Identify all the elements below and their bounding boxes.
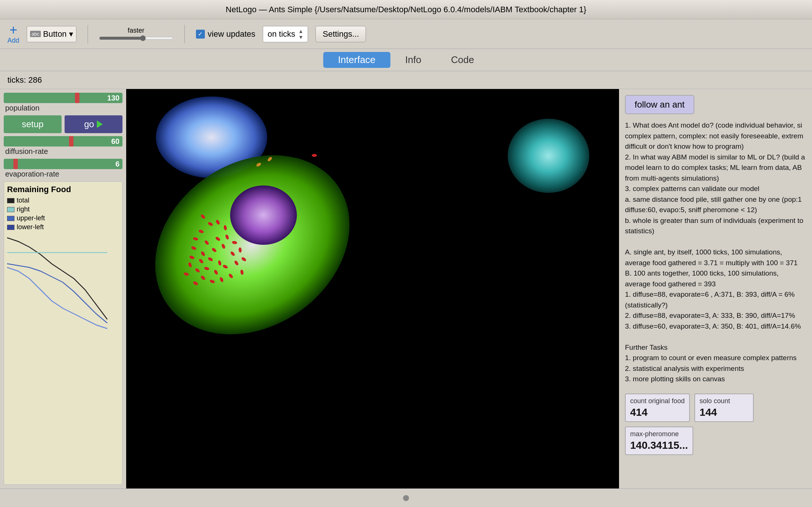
on-ticks-box[interactable]: on ticks ▲ ▼: [263, 26, 308, 42]
follow-ant-button[interactable]: follow an ant: [625, 95, 694, 114]
simulation-canvas: [126, 89, 619, 488]
view-updates-checkbox[interactable]: ✓: [196, 30, 205, 39]
control-buttons: setup go: [4, 115, 122, 133]
left-panel: 130 population setup go 60 diffusion-rat…: [0, 89, 126, 488]
monitor-value-1: 144: [700, 406, 749, 418]
ticks-display: ticks: 286: [0, 71, 812, 89]
abc-badge: abc: [30, 31, 41, 37]
monitor-label-0: count original food: [630, 397, 685, 405]
evaporation-label: evaporation-rate: [4, 170, 122, 178]
on-ticks-label: on ticks: [268, 29, 295, 39]
speed-section: faster: [99, 27, 173, 41]
diffusion-label: diffusion-rate: [4, 147, 122, 156]
add-button[interactable]: + Add: [7, 23, 19, 45]
remaining-food-panel: Remaining Food total right upper-left lo…: [4, 181, 122, 485]
title-bar: NetLogo — Ants Simple {/Users/Natsume/De…: [0, 0, 812, 19]
toolbar-divider-2: [184, 25, 185, 43]
legend-item-upper-left: upper-left: [7, 214, 119, 222]
widget-type-label: Button: [43, 29, 67, 39]
chart-legend: total right upper-left lower-left: [7, 197, 119, 231]
population-value: 130: [107, 94, 119, 102]
remaining-food-chart: [7, 234, 111, 330]
legend-item-right: right: [7, 205, 119, 213]
ticks-value: 286: [28, 75, 42, 85]
add-label: Add: [7, 37, 19, 45]
view-updates-section: ✓ view updates: [196, 29, 255, 39]
go-icon: [97, 121, 103, 128]
cyan-food-pile: [508, 119, 589, 193]
go-button[interactable]: go: [65, 115, 122, 133]
go-label: go: [84, 119, 94, 129]
monitors-section: count original food 414 solo count 144 m…: [625, 394, 806, 455]
monitor-label-1: solo count: [700, 397, 749, 405]
legend-color-right: [7, 207, 14, 212]
diffusion-slider-thumb[interactable]: [69, 136, 73, 146]
legend-color-upper-left: [7, 216, 14, 221]
monitor-count-original-food: count original food 414: [625, 394, 690, 422]
population-slider-thumb[interactable]: [75, 93, 79, 103]
main-content: 130 population setup go 60 diffusion-rat…: [0, 89, 812, 488]
monitor-label-2: max-pheromone: [630, 430, 688, 438]
notes-text: 1. What does Ant model do? (code individ…: [625, 120, 806, 385]
setup-button[interactable]: setup: [4, 115, 62, 133]
evaporation-slider-track[interactable]: 6: [4, 159, 122, 169]
ant: [312, 154, 317, 157]
legend-item-total: total: [7, 197, 119, 204]
population-label: population: [4, 104, 122, 112]
settings-button[interactable]: Settings...: [315, 26, 366, 42]
legend-color-lower-left: [7, 225, 14, 230]
evaporation-slider-thumb[interactable]: [13, 159, 18, 169]
speed-label: faster: [128, 27, 144, 34]
dropdown-icon: ▾: [69, 29, 73, 39]
monitor-value-0: 414: [630, 406, 685, 418]
toolbar-divider-1: [88, 25, 88, 43]
evaporation-value: 6: [115, 160, 119, 168]
ticks-stepper[interactable]: ▲ ▼: [298, 28, 304, 40]
speed-slider[interactable]: [99, 35, 173, 41]
population-slider-track[interactable]: 130: [4, 93, 122, 103]
tab-code[interactable]: Code: [436, 52, 489, 68]
legend-label-right: right: [17, 205, 30, 213]
legend-label-lower-left: lower-left: [17, 223, 44, 231]
right-panel: follow an ant 1. What does Ant model do?…: [619, 89, 812, 488]
ticks-label: ticks:: [7, 75, 26, 85]
tab-bar: Interface Info Code: [0, 49, 812, 71]
widget-type-select[interactable]: abc Button ▾: [27, 26, 76, 42]
plus-icon: +: [10, 23, 17, 37]
tab-interface[interactable]: Interface: [323, 52, 390, 68]
purple-food-pile: [230, 185, 297, 245]
legend-label-upper-left: upper-left: [17, 214, 45, 222]
monitor-value-2: 140.34115...: [630, 439, 688, 451]
monitor-solo-count: solo count 144: [694, 394, 754, 422]
legend-item-lower-left: lower-left: [7, 223, 119, 231]
diffusion-slider-row: 60 diffusion-rate: [4, 136, 122, 156]
monitor-max-pheromone: max-pheromone 140.34115...: [625, 427, 693, 455]
legend-color-total: [7, 198, 14, 203]
view-updates-label: view updates: [208, 29, 255, 39]
population-slider-row: 130 population: [4, 93, 122, 112]
footer-indicator: [403, 495, 409, 501]
legend-label-total: total: [17, 197, 29, 204]
remaining-food-title: Remaining Food: [7, 185, 119, 194]
diffusion-slider-track[interactable]: 60: [4, 136, 122, 146]
tab-info[interactable]: Info: [390, 52, 436, 68]
evaporation-slider-row: 6 evaporation-rate: [4, 159, 122, 178]
title-text: NetLogo — Ants Simple {/Users/Natsume/De…: [226, 5, 586, 14]
toolbar: + Add abc Button ▾ faster ✓ view updates…: [0, 19, 812, 49]
footer: [0, 488, 812, 507]
diffusion-value: 60: [111, 137, 119, 146]
on-ticks-section: on ticks ▲ ▼: [263, 26, 308, 42]
